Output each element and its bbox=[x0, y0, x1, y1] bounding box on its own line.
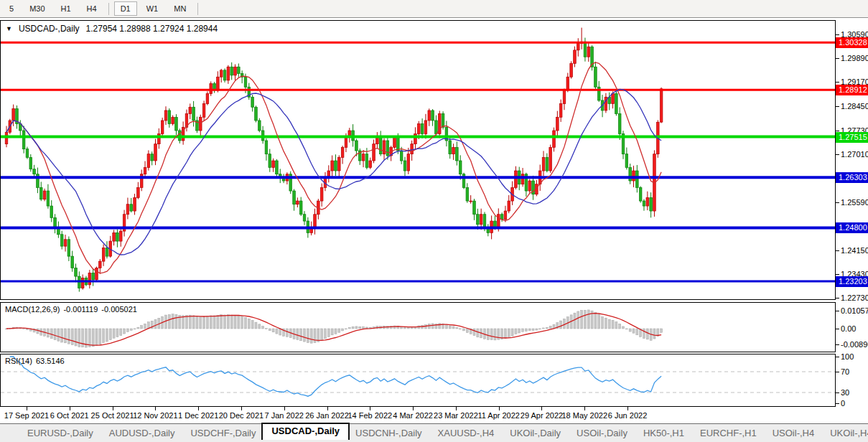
rsi-chart[interactable] bbox=[1, 354, 835, 406]
tab-hk50-h1[interactable]: HK50-,H1 bbox=[638, 428, 690, 438]
price-tick-label: 1.28450 bbox=[841, 102, 868, 110]
rsi-tick-mark bbox=[836, 357, 839, 357]
candlestick-chart[interactable] bbox=[1, 21, 835, 299]
date-label: 20 Dec 2021 bbox=[219, 411, 263, 420]
tab-ukoil-daily[interactable]: UKOil-,Daily bbox=[504, 428, 566, 438]
level-badge-1.24800: 1.24800 bbox=[836, 222, 868, 233]
date-tick-mark bbox=[284, 407, 285, 410]
macd-tick-label: 0.010578 bbox=[841, 306, 868, 315]
time-axis[interactable]: 17 Sep 20216 Oct 202125 Oct 202112 Nov 2… bbox=[0, 406, 836, 423]
level-badge-1.28912: 1.28912 bbox=[836, 85, 868, 95]
price-tick-label: 1.25590 bbox=[841, 198, 868, 207]
date-tick-mark bbox=[113, 407, 113, 410]
level-badge-1.23203: 1.23203 bbox=[836, 276, 868, 287]
price-tick-mark bbox=[836, 274, 839, 275]
price-tick-mark bbox=[836, 250, 839, 251]
date-label: 23 Mar 2022 bbox=[434, 411, 478, 420]
date-tick-mark bbox=[499, 407, 500, 410]
date-tick-mark bbox=[456, 407, 457, 410]
date-label: 26 Jan 2022 bbox=[305, 411, 349, 420]
macd-name: MACD(12,26,9) bbox=[5, 305, 60, 314]
level-badge-1.26303: 1.26303 bbox=[836, 172, 868, 183]
date-label: 7 Jan 2022 bbox=[265, 411, 304, 420]
date-label: 14 Feb 2022 bbox=[347, 411, 392, 420]
date-tick-mark bbox=[241, 407, 242, 410]
rsi-tick-label: 0 bbox=[841, 399, 845, 408]
chart-title: ▼ USDCAD-,Daily 1.27954 1.28988 1.27924 … bbox=[6, 24, 218, 34]
tab-eurchf-h1[interactable]: EURCHF-,H1 bbox=[694, 428, 762, 438]
ma-slow-line bbox=[6, 90, 661, 255]
rsi-pane[interactable]: RSI(14)63.5146 bbox=[0, 354, 836, 407]
tab-usdchf-daily[interactable]: USDCHF-,Daily bbox=[185, 428, 261, 438]
date-label: 6 Jun 2022 bbox=[608, 411, 647, 420]
tab-usdcad-daily[interactable]: USDCAD-,Daily bbox=[261, 423, 350, 440]
date-label: 11 Apr 2022 bbox=[477, 411, 520, 420]
timeframe-button-h1[interactable]: H1 bbox=[55, 1, 78, 16]
timeframe-button-mn[interactable]: MN bbox=[167, 1, 192, 16]
macd-pane[interactable]: MACD(12,26,9)-0.001119-0.005021 bbox=[0, 302, 836, 352]
date-tick-mark bbox=[370, 407, 370, 410]
tab-usoil-daily[interactable]: USOil-,Daily bbox=[571, 428, 633, 438]
rsi-tick-mark bbox=[836, 372, 839, 372]
rsi-tick-label: 30 bbox=[841, 388, 849, 397]
date-tick-mark bbox=[327, 407, 328, 410]
rsi-label: RSI(14)63.5146 bbox=[5, 357, 68, 365]
price-tick-mark bbox=[836, 131, 839, 131]
price-tick-mark bbox=[836, 34, 839, 35]
macd-tick-label: 0.00 bbox=[841, 324, 856, 333]
rsi-line bbox=[10, 357, 661, 396]
date-label: 25 Oct 2021 bbox=[91, 411, 134, 420]
price-tick-label: 1.27010 bbox=[841, 150, 868, 159]
rsi-tick-label: 70 bbox=[841, 367, 849, 376]
price-tick-mark bbox=[836, 202, 839, 203]
tab-eurusd-daily[interactable]: EURUSD-,Daily bbox=[22, 428, 99, 438]
ohlc-readout: 1.27954 1.28988 1.27924 1.28944 bbox=[86, 24, 218, 34]
level-badge-1.30328: 1.30328 bbox=[836, 37, 868, 48]
date-label: 29 Apr 2022 bbox=[521, 411, 563, 420]
price-tick-mark bbox=[836, 58, 839, 59]
main-price-pane[interactable]: ▼ USDCAD-,Daily 1.27954 1.28988 1.27924 … bbox=[0, 20, 836, 300]
tab-audusd-daily[interactable]: AUDUSD-,Daily bbox=[103, 428, 181, 438]
price-tick-mark bbox=[836, 82, 839, 83]
date-tick-mark bbox=[627, 407, 628, 410]
date-tick-mark bbox=[413, 407, 414, 410]
tab-ukoil-h4[interactable]: UKOil-,H4 bbox=[824, 428, 868, 438]
rsi-name: RSI(14) bbox=[5, 357, 32, 365]
chart-window: ▼ USDCAD-,Daily 1.27954 1.28988 1.27924 … bbox=[0, 19, 868, 423]
symbol-tabs-bar: EURUSD-,DailyAUDUSD-,DailyUSDCHF-,DailyU… bbox=[0, 423, 868, 442]
timeframe-button-w1[interactable]: W1 bbox=[140, 1, 165, 16]
macd-main-value: -0.001119 bbox=[63, 305, 98, 314]
timeframe-button-h4[interactable]: H4 bbox=[80, 1, 103, 16]
level-badge-1.27515: 1.27515 bbox=[836, 132, 868, 143]
macd-tick-mark bbox=[836, 311, 839, 311]
date-label: 1 Dec 2021 bbox=[178, 411, 218, 420]
timeframe-button-5[interactable]: 5 bbox=[3, 1, 20, 16]
rsi-tick-label: 100 bbox=[841, 352, 854, 361]
timeframe-toolbar: 5M30H1H4D1W1MN bbox=[0, 0, 868, 18]
date-label: 6 Oct 2021 bbox=[50, 411, 89, 420]
timeframe-button-m30[interactable]: M30 bbox=[23, 1, 51, 16]
macd-tick-label: -0.00896 bbox=[841, 340, 868, 349]
tab-usdcnh-daily[interactable]: USDCNH-,Daily bbox=[350, 428, 427, 438]
timeframe-button-d1[interactable]: D1 bbox=[114, 1, 137, 16]
rsi-value: 63.5146 bbox=[36, 357, 65, 365]
macd-signal-value: -0.005021 bbox=[101, 305, 137, 314]
macd-tick-mark bbox=[836, 329, 839, 329]
toolbar-separator bbox=[108, 3, 109, 15]
date-tick-mark bbox=[198, 407, 199, 410]
date-tick-mark bbox=[155, 407, 156, 410]
chart-symbol-label: USDCAD-,Daily bbox=[19, 24, 80, 34]
tab-usoil-h4[interactable]: USOil-,H4 bbox=[767, 428, 821, 438]
macd-label: MACD(12,26,9)-0.001119-0.005021 bbox=[5, 305, 141, 314]
macd-tick-mark bbox=[836, 344, 839, 345]
price-tick-label: 1.29890 bbox=[841, 54, 868, 62]
date-tick-mark bbox=[27, 407, 27, 410]
date-label: 12 Nov 2021 bbox=[133, 411, 177, 420]
price-tick-label: 1.22730 bbox=[841, 293, 868, 302]
symbol-dropdown-icon[interactable]: ▼ bbox=[6, 25, 12, 32]
rsi-tick-mark bbox=[836, 392, 839, 393]
price-axis[interactable]: 1.305901.298901.291701.284501.277301.270… bbox=[836, 19, 868, 423]
date-label: 4 Mar 2022 bbox=[393, 411, 433, 420]
price-tick-mark bbox=[836, 154, 839, 155]
tab-xauusd-h4[interactable]: XAUUSD-,H4 bbox=[432, 428, 500, 438]
